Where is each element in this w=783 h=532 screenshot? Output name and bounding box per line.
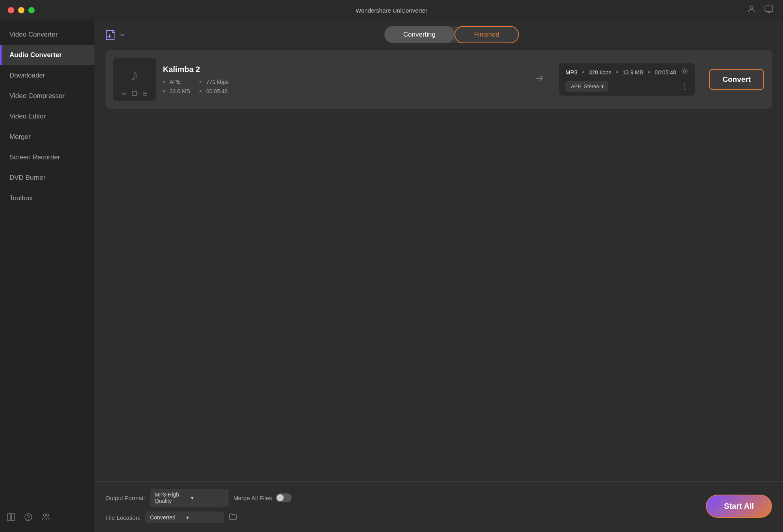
add-file-button[interactable] (105, 29, 125, 41)
user-icon[interactable] (747, 4, 756, 16)
sidebar: Video Converter Audio Converter Download… (0, 20, 94, 532)
meta-col-2: 771 kbps 00:05:48 (199, 79, 229, 94)
crop-tool[interactable] (131, 91, 137, 98)
svg-point-0 (750, 6, 753, 9)
tab-converting[interactable]: Converting (384, 26, 454, 43)
tab-finished[interactable]: Finished (454, 26, 519, 43)
sidebar-item-video-editor[interactable]: Video Editor (0, 106, 94, 127)
file-thumbnail: ♪ ✂ (113, 58, 156, 101)
file-location-field: File Location: Converted ▾ (105, 512, 292, 523)
location-select-wrapper[interactable]: Converted ▾ (145, 512, 224, 523)
svg-point-6 (43, 514, 46, 516)
svg-point-5 (28, 519, 29, 519)
file-info: Kalimba 2 APE 33.6 MB (163, 65, 520, 94)
source-format: APE (163, 79, 190, 85)
file-name: Kalimba 2 (163, 65, 520, 74)
more-options-button[interactable]: ⋮ (681, 82, 689, 91)
settings-gear-button[interactable] (681, 67, 689, 77)
sidebar-item-merger[interactable]: Merger (0, 127, 94, 147)
output-format-field: Output Format: MP3-High Quality ▾ Merge … (105, 489, 292, 507)
people-icon[interactable] (41, 512, 50, 524)
file-location-label: File Location: (105, 514, 140, 521)
sidebar-item-audio-converter[interactable]: Audio Converter (0, 45, 94, 65)
sidebar-footer (0, 504, 94, 532)
meta-col-1: APE 33.6 MB (163, 79, 190, 94)
merge-all-label: Merge All Files (233, 495, 272, 501)
toolbar: Converting Finished (94, 20, 783, 49)
convert-arrow-icon (534, 73, 545, 86)
convert-button[interactable]: Convert (709, 69, 764, 90)
sidebar-item-dvd-burner[interactable]: DVD Burner (0, 168, 94, 188)
titlebar: Wondershare UniConverter (0, 0, 783, 20)
format-chevron-icon: ▾ (191, 495, 224, 501)
sidebar-item-video-converter[interactable]: Video Converter (0, 24, 94, 45)
sidebar-item-screen-recorder[interactable]: Screen Recorder (0, 147, 94, 168)
source-duration: 00:05:48 (199, 88, 229, 94)
thumb-tools: ✂ (122, 91, 148, 98)
svg-rect-9 (132, 91, 137, 96)
help-icon[interactable] (24, 512, 33, 524)
close-button[interactable] (8, 7, 14, 13)
output-settings: MP3 320 kbps 13.9 MB 00:05:48 (559, 63, 695, 96)
location-chevron-icon: ▾ (186, 514, 219, 521)
main-content: Converting Finished ♪ ✂ (94, 20, 783, 532)
svg-point-13 (683, 70, 686, 72)
channel-dropdown[interactable]: APE, Stereo ▾ (565, 81, 608, 92)
bottom-bar: Output Format: MP3-High Quality ▾ Merge … (94, 481, 783, 532)
output-top: MP3 320 kbps 13.9 MB 00:05:48 (565, 67, 689, 77)
sidebar-item-video-compressor[interactable]: Video Compressor (0, 86, 94, 106)
source-size: 33.6 MB (163, 88, 190, 94)
output-bottom: APE, Stereo ▾ ⋮ (565, 81, 689, 92)
file-meta: APE 33.6 MB 771 kbps (163, 79, 520, 94)
svg-rect-2 (7, 514, 11, 521)
output-format: MP3 (565, 69, 578, 76)
maximize-button[interactable] (28, 7, 35, 13)
effects-tool[interactable] (142, 91, 148, 98)
format-select-wrapper[interactable]: MP3-High Quality ▾ (150, 489, 229, 507)
output-bitrate: 320 kbps (589, 69, 611, 76)
start-all-button[interactable]: Start All (706, 495, 772, 518)
book-icon[interactable] (6, 512, 16, 524)
minimize-button[interactable] (18, 7, 24, 13)
app-title: Wondershare UniConverter (356, 7, 427, 14)
svg-rect-3 (11, 514, 15, 521)
output-duration: 00:05:48 (655, 69, 676, 76)
file-area: ♪ ✂ (94, 49, 783, 481)
music-note-icon: ♪ (131, 65, 139, 84)
merge-toggle: Merge All Files (233, 493, 292, 502)
file-card: ♪ ✂ (105, 50, 772, 109)
sidebar-item-toolbox[interactable]: Toolbox (0, 188, 94, 209)
output-format-label: Output Format: (105, 495, 145, 501)
cut-tool[interactable]: ✂ (122, 91, 127, 98)
svg-rect-1 (765, 6, 773, 11)
chevron-down-icon: ▾ (601, 83, 604, 89)
svg-point-7 (46, 514, 49, 516)
merge-toggle-switch[interactable] (276, 493, 292, 502)
tab-group: Converting Finished (384, 26, 519, 43)
titlebar-icons (747, 4, 774, 16)
chat-icon[interactable] (764, 4, 774, 16)
sidebar-item-downloader[interactable]: Downloader (0, 65, 94, 86)
output-size: 13.9 MB (623, 69, 643, 76)
source-bitrate: 771 kbps (199, 79, 229, 85)
window-controls (8, 7, 35, 13)
sidebar-nav: Video Converter Audio Converter Download… (0, 20, 94, 504)
browse-folder-button[interactable] (229, 512, 237, 523)
